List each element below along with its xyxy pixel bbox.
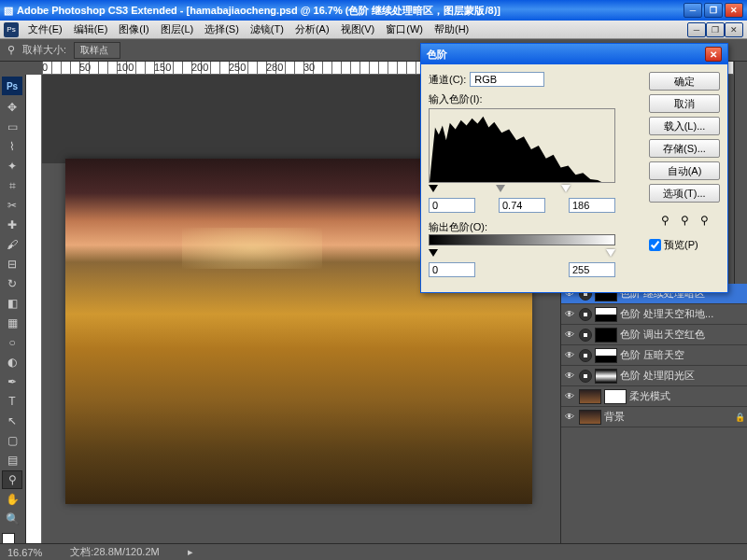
- output-slider[interactable]: [429, 249, 615, 259]
- input-slider[interactable]: [429, 185, 615, 194]
- dialog-close-button[interactable]: ✕: [705, 47, 722, 62]
- type-tool[interactable]: T: [2, 392, 22, 411]
- preview-checkbox[interactable]: 预览(P): [649, 238, 720, 252]
- visibility-icon[interactable]: 👁: [563, 329, 576, 342]
- doc-close-button[interactable]: ✕: [725, 22, 743, 37]
- history-brush-tool[interactable]: ↻: [2, 274, 22, 293]
- input-white-field[interactable]: [569, 198, 615, 213]
- layer-row[interactable]: 👁色阶 处理天空和地...: [561, 304, 747, 325]
- doc-restore-button[interactable]: ❐: [706, 22, 725, 37]
- layer-name[interactable]: 背景: [604, 410, 732, 424]
- layer-name[interactable]: 色阶 处理阳光区: [620, 369, 745, 383]
- path-tool[interactable]: ↖: [2, 412, 22, 430]
- dialog-titlebar[interactable]: 色阶 ✕: [421, 44, 727, 64]
- layer-name[interactable]: 色阶 压暗天空: [620, 348, 745, 362]
- menu-window[interactable]: 窗口(W): [380, 21, 429, 38]
- visibility-icon[interactable]: 👁: [563, 349, 576, 362]
- eraser-tool[interactable]: ◧: [2, 294, 22, 313]
- layer-mask-thumbnail[interactable]: [595, 369, 617, 384]
- status-arrow-icon[interactable]: ▸: [188, 546, 193, 558]
- document-size: 文档:28.8M/120.2M: [70, 545, 159, 559]
- window-titlebar: ▧ Adobe Photoshop CS3 Extended - [hamaba…: [0, 0, 747, 21]
- cancel-button[interactable]: 取消: [649, 94, 720, 113]
- menu-select[interactable]: 选择(S): [199, 21, 245, 38]
- layer-mask-thumbnail[interactable]: [595, 348, 617, 363]
- pen-tool[interactable]: ✒: [2, 372, 22, 391]
- adjustment-icon: [579, 329, 592, 342]
- wand-tool[interactable]: ✦: [2, 157, 22, 175]
- channel-label: 通道(C):: [429, 73, 466, 87]
- gray-eyedropper-icon[interactable]: ⚲: [676, 212, 693, 229]
- layer-mask-thumbnail[interactable]: [595, 328, 617, 343]
- options-button[interactable]: 选项(T)...: [649, 184, 720, 203]
- load-button[interactable]: 载入(L)...: [649, 117, 720, 135]
- zoom-tool[interactable]: 🔍: [2, 510, 22, 528]
- black-eyedropper-icon[interactable]: ⚲: [656, 212, 673, 229]
- menu-view[interactable]: 视图(V): [335, 21, 381, 38]
- output-black-field[interactable]: [429, 262, 475, 277]
- minimize-button[interactable]: ─: [684, 3, 702, 18]
- move-tool[interactable]: ✥: [2, 98, 22, 117]
- shape-tool[interactable]: ▢: [2, 431, 22, 450]
- lasso-tool[interactable]: ⌇: [2, 137, 22, 156]
- white-eyedropper-icon[interactable]: ⚲: [696, 212, 712, 229]
- blur-tool[interactable]: ○: [2, 333, 22, 352]
- menu-image[interactable]: 图像(I): [113, 21, 154, 38]
- layer-row[interactable]: 👁色阶 调出天空红色: [561, 325, 747, 345]
- ps-menu-icon[interactable]: Ps: [4, 22, 19, 37]
- panel-dock[interactable]: [734, 62, 747, 286]
- slice-tool[interactable]: ✂: [2, 196, 22, 215]
- channel-select[interactable]: RGB: [470, 72, 544, 87]
- visibility-icon[interactable]: 👁: [563, 308, 576, 321]
- layer-name[interactable]: 色阶 处理天空和地...: [620, 307, 745, 321]
- menu-filter[interactable]: 滤镜(T): [245, 21, 289, 38]
- layer-name[interactable]: 柔光模式: [629, 389, 745, 403]
- layer-name[interactable]: 色阶 调出天空红色: [620, 328, 745, 342]
- menu-analysis[interactable]: 分析(A): [289, 21, 335, 38]
- crop-tool[interactable]: ⌗: [2, 176, 22, 195]
- ok-button[interactable]: 确定: [649, 72, 720, 91]
- zoom-level[interactable]: 16.67%: [7, 547, 42, 558]
- menu-bar: Ps 文件(E) 编辑(E) 图像(I) 图层(L) 选择(S) 滤镜(T) 分…: [0, 21, 747, 39]
- visibility-icon[interactable]: 👁: [563, 411, 576, 424]
- layer-mask-thumbnail[interactable]: [595, 307, 617, 322]
- layer-row[interactable]: 👁色阶 处理阳光区: [561, 366, 747, 386]
- save-button[interactable]: 存储(S)...: [649, 139, 720, 158]
- auto-button[interactable]: 自动(A): [649, 161, 720, 180]
- gamma-slider[interactable]: [496, 185, 505, 192]
- notes-tool[interactable]: ▤: [2, 451, 22, 469]
- levels-dialog: 色阶 ✕ 通道(C): RGB 输入色阶(I):: [420, 43, 728, 293]
- maximize-button[interactable]: ❐: [704, 3, 723, 18]
- hand-tool[interactable]: ✋: [2, 490, 22, 509]
- layer-row[interactable]: 👁色阶 压暗天空: [561, 345, 747, 366]
- output-white-slider[interactable]: [606, 249, 615, 257]
- input-gamma-field[interactable]: [499, 198, 545, 213]
- sample-size-select[interactable]: 取样点: [74, 42, 120, 59]
- black-point-slider[interactable]: [429, 185, 438, 192]
- input-black-field[interactable]: [429, 198, 475, 213]
- menu-help[interactable]: 帮助(H): [429, 21, 474, 38]
- visibility-icon[interactable]: 👁: [563, 390, 576, 403]
- output-black-slider[interactable]: [429, 249, 438, 257]
- visibility-icon[interactable]: 👁: [563, 370, 576, 383]
- dodge-tool[interactable]: ◐: [2, 353, 22, 371]
- adjustment-icon: [579, 308, 592, 321]
- output-white-field[interactable]: [569, 262, 615, 277]
- white-point-slider[interactable]: [561, 185, 571, 192]
- doc-minimize-button[interactable]: ─: [687, 22, 706, 37]
- menu-layer[interactable]: 图层(L): [155, 21, 199, 38]
- layer-mask-thumbnail[interactable]: [604, 389, 627, 404]
- stamp-tool[interactable]: ⊟: [2, 255, 22, 273]
- gradient-tool[interactable]: ▦: [2, 314, 22, 332]
- close-button[interactable]: ✕: [725, 3, 743, 18]
- marquee-tool[interactable]: ▭: [2, 118, 22, 136]
- eyedropper-tool-icon: ⚲: [7, 44, 15, 56]
- heal-tool[interactable]: ✚: [2, 216, 22, 234]
- menu-edit[interactable]: 编辑(E): [68, 21, 114, 38]
- brush-tool[interactable]: 🖌: [2, 235, 22, 254]
- menu-file[interactable]: 文件(E): [22, 21, 68, 38]
- layer-row[interactable]: 👁背景🔒: [561, 407, 747, 427]
- preview-checkbox-input[interactable]: [649, 239, 661, 251]
- layer-row[interactable]: 👁柔光模式: [561, 386, 747, 407]
- eyedropper-tool[interactable]: ⚲: [2, 470, 22, 489]
